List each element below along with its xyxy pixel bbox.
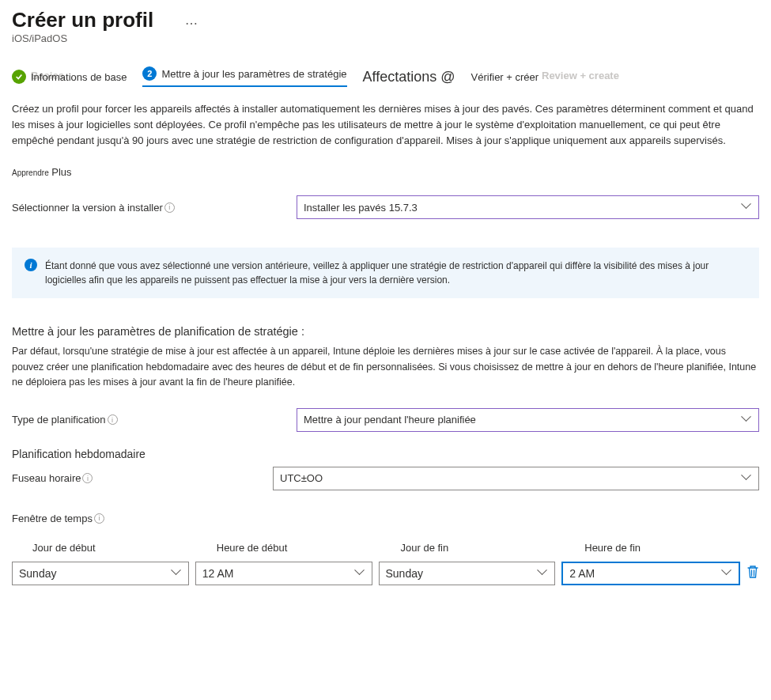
info-icon[interactable]: i bbox=[164, 202, 175, 213]
weekly-schedule-label: Planification hebdomadaire bbox=[12, 448, 759, 460]
step-label: Vérifier + créer bbox=[471, 71, 539, 83]
ghost-review: Review + create bbox=[542, 70, 619, 81]
schedule-heading: Mettre à jour les paramètres de planific… bbox=[12, 325, 759, 338]
page-title: Créer un profil bbox=[12, 8, 153, 32]
description-text: Créez un profil pour forcer les appareil… bbox=[12, 101, 759, 149]
info-icon[interactable]: i bbox=[82, 473, 93, 483]
schedule-type-select[interactable]: Mettre à jour pendant l'heure planifiée bbox=[297, 408, 759, 432]
step-update-policy[interactable]: 2 Mettre à jour les paramètres de straté… bbox=[142, 66, 346, 87]
learn-more-link[interactable]: Apprendre Plus bbox=[12, 166, 759, 178]
timezone-label-text: Fuseau horaire bbox=[12, 472, 81, 484]
time-window-label: Fenêtre de temps i bbox=[12, 513, 759, 524]
version-select-value: Installer les pavés 15.7.3 bbox=[304, 202, 418, 214]
page-subtitle: iOS/iPadOS bbox=[12, 32, 153, 44]
info-icon: i bbox=[25, 259, 37, 271]
delete-row-button[interactable] bbox=[746, 565, 759, 581]
end-time-value: 2 AM bbox=[569, 567, 595, 580]
start-day-select[interactable]: Sunday bbox=[12, 562, 189, 585]
time-window-label-text: Fenêtre de temps bbox=[12, 513, 93, 524]
schedule-description: Par défaut, lorsqu'une stratégie de mise… bbox=[12, 344, 759, 390]
chevron-down-icon bbox=[743, 202, 752, 212]
step-assignments[interactable]: Affectations @ bbox=[363, 69, 455, 85]
time-window-headers: Jour de début Heure de début Jour de fin… bbox=[12, 542, 759, 554]
version-label: Sélectionner la version à installer i bbox=[12, 202, 297, 214]
trash-icon bbox=[746, 565, 759, 579]
info-banner-text: Étant donné que vous avez sélectionné un… bbox=[45, 259, 746, 287]
header-end-time: Heure de fin bbox=[575, 542, 759, 554]
info-banner: i Étant donné que vous avez sélectionné … bbox=[12, 248, 759, 298]
version-select[interactable]: Installer les pavés 15.7.3 bbox=[297, 195, 759, 219]
chevron-down-icon bbox=[172, 569, 182, 578]
chevron-down-icon bbox=[743, 474, 752, 483]
step-label: Informations de base bbox=[31, 71, 127, 83]
time-window-row: Sunday 12 AM Sunday 2 AM bbox=[12, 562, 759, 585]
stepper: Basics Informations de base 2 Mettre à j… bbox=[12, 66, 759, 87]
chevron-down-icon bbox=[723, 569, 732, 578]
timezone-value: UTC±OO bbox=[280, 472, 323, 484]
step-basics[interactable]: Informations de base bbox=[12, 70, 127, 84]
check-icon bbox=[12, 70, 26, 84]
info-icon[interactable]: i bbox=[108, 414, 118, 425]
learn-small: Apprendre bbox=[12, 168, 49, 177]
end-day-value: Sunday bbox=[386, 567, 423, 580]
info-icon[interactable]: i bbox=[94, 513, 104, 524]
more-icon[interactable]: ⋯ bbox=[185, 8, 198, 31]
start-time-select[interactable]: 12 AM bbox=[195, 562, 372, 585]
schedule-type-label: Type de planification i bbox=[12, 414, 297, 426]
chevron-down-icon bbox=[743, 415, 752, 425]
step-label: Affectations @ bbox=[363, 69, 455, 85]
end-day-select[interactable]: Sunday bbox=[379, 562, 556, 585]
end-time-select[interactable]: 2 AM bbox=[561, 562, 740, 585]
timezone-label: Fuseau horaire i bbox=[12, 472, 273, 484]
header-start-time: Heure de début bbox=[207, 542, 391, 554]
chevron-down-icon bbox=[539, 569, 548, 578]
chevron-down-icon bbox=[356, 569, 365, 578]
learn-big: Plus bbox=[49, 166, 72, 178]
schedule-type-value: Mettre à jour pendant l'heure planifiée bbox=[304, 414, 476, 426]
start-day-value: Sunday bbox=[19, 567, 56, 580]
step-label: Mettre à jour les paramètres de stratégi… bbox=[161, 68, 346, 80]
step-number-icon: 2 bbox=[142, 66, 157, 81]
header-end-day: Jour de fin bbox=[391, 542, 576, 554]
start-time-value: 12 AM bbox=[202, 567, 234, 580]
header-start-day: Jour de début bbox=[12, 542, 207, 554]
version-label-text: Sélectionner la version à installer bbox=[12, 202, 163, 214]
timezone-select[interactable]: UTC±OO bbox=[273, 467, 759, 490]
step-verify[interactable]: Vérifier + créer bbox=[471, 71, 539, 83]
schedule-type-label-text: Type de planification bbox=[12, 414, 106, 426]
